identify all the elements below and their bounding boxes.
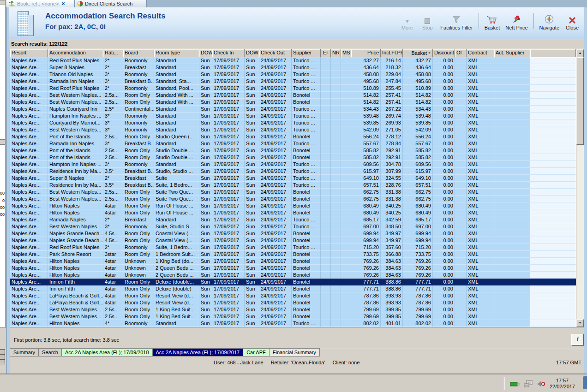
column-header[interactable]: Of bbox=[455, 49, 467, 57]
table-row[interactable]: Naples Are...Best Western Naples...2.5s.… bbox=[10, 99, 576, 106]
column-header[interactable]: Supplier bbox=[292, 49, 321, 57]
table-row[interactable]: Naples Are...Best Western Naples...2.5s.… bbox=[10, 196, 576, 202]
column-header[interactable]: Rati... bbox=[103, 49, 123, 57]
column-header[interactable]: Act. Supplier bbox=[494, 49, 530, 57]
column-header[interactable]: Er bbox=[321, 49, 331, 57]
tab-car-apf[interactable]: Car APF bbox=[243, 348, 270, 356]
column-header[interactable]: Basket▼ bbox=[403, 49, 433, 57]
column-header[interactable]: DOW bbox=[245, 49, 259, 57]
column-header[interactable]: Contract bbox=[467, 49, 494, 57]
cell: 3* bbox=[103, 140, 123, 147]
table-row[interactable]: Naples Are...Super 8 Naples2*BreakfastSt… bbox=[10, 64, 576, 71]
table-row[interactable]: Naples Are...Residence Inn by Ma...3.5*B… bbox=[10, 182, 576, 189]
table-row[interactable]: Naples Are...Park Shore Resort3starRoom … bbox=[10, 251, 576, 258]
column-header[interactable]: NR bbox=[331, 49, 341, 57]
table-row[interactable]: Naples Are...Hilton Naples4*RoomonlyStan… bbox=[10, 320, 576, 327]
network-connection-icon[interactable] bbox=[524, 380, 533, 387]
table-row[interactable]: Naples Are...Ramada Inn Naples3*Breakfas… bbox=[10, 78, 576, 85]
table-row[interactable]: Naples Are...Naples Grande Beach...4.5s.… bbox=[10, 237, 576, 244]
tab-acc-2017-selected[interactable]: Acc 2A Naples Area (FL); 17/09/2017 bbox=[153, 348, 244, 356]
column-header[interactable]: DOW bbox=[199, 49, 212, 57]
table-row[interactable]: Naples Are...Red Roof Plus Naples2*Roomo… bbox=[10, 57, 576, 64]
show-desktop-icon[interactable] bbox=[583, 376, 587, 389]
column-header[interactable]: Discount bbox=[433, 49, 455, 57]
cell: Sun bbox=[199, 306, 212, 313]
nett-price-button[interactable]: Nett Price bbox=[505, 11, 527, 30]
cell: XML bbox=[467, 216, 494, 223]
table-row[interactable]: Naples Are...Best Western Naples...3*Roo… bbox=[10, 223, 576, 230]
tab-booking-ref[interactable]: Book. ref.: <none> × bbox=[6, 0, 75, 7]
table-row[interactable]: Naples Are...Ramada Inn Naples3*Breakfas… bbox=[10, 140, 576, 147]
table-row[interactable]: Naples Are...Red Roof Plus Naples2*Roomo… bbox=[10, 244, 576, 251]
tab-search[interactable]: Search bbox=[39, 348, 62, 356]
cell: Sun bbox=[199, 230, 212, 237]
taskbar-clock[interactable]: 17:57 22/02/2017 bbox=[550, 378, 575, 390]
table-row[interactable]: Naples Are...Super 8 Naples2*BreakfastSu… bbox=[10, 175, 576, 182]
table-row[interactable]: Naples Are...Best Western Naples...2.5s.… bbox=[10, 92, 576, 99]
table-row[interactable]: Naples Are...Best Western Naples...2.5s.… bbox=[10, 313, 576, 320]
more-button[interactable]: ▼ More bbox=[400, 11, 414, 30]
facilities-filter-button[interactable]: Facilities Filter bbox=[440, 11, 473, 30]
table-row[interactable]: Naples Are...Port of the Islands2.5s...R… bbox=[10, 133, 576, 140]
column-header[interactable]: Price bbox=[351, 49, 381, 57]
tab-direct-clients-search[interactable]: Direct Clients Search bbox=[75, 0, 147, 7]
close-button[interactable]: Close bbox=[565, 11, 580, 30]
table-row[interactable]: Naples Are...Naples Courtyard Inn2.5*Con… bbox=[10, 106, 576, 113]
volume-muted-icon[interactable] bbox=[537, 380, 546, 387]
navigate-button[interactable]: Navigate bbox=[539, 11, 559, 30]
basket-button[interactable]: Basket bbox=[485, 11, 500, 30]
cell bbox=[331, 64, 341, 71]
table-row[interactable]: Naples Are...Hampton Inn Naples-...3*Roo… bbox=[10, 161, 576, 168]
scroll-up-icon[interactable]: ▲ bbox=[576, 49, 584, 57]
table-row[interactable]: Naples Are...Naples Grande Beach...4.5s.… bbox=[10, 230, 576, 237]
table-row[interactable]: Naples Are...Hilton Naples4starRoom Only… bbox=[10, 202, 576, 209]
cell: Sun bbox=[199, 140, 212, 147]
table-row[interactable]: Naples Are...Courtyard By Marriot...3*Ro… bbox=[10, 119, 576, 126]
scrollbar-track[interactable] bbox=[576, 57, 584, 319]
column-header[interactable]: Incl.Fl.PP bbox=[381, 49, 403, 57]
table-row[interactable]: Naples Are...Inn on Fifth4starRoom OnlyD… bbox=[10, 285, 576, 292]
table-row[interactable]: Naples Are...Port of the Islands2.5s...R… bbox=[10, 147, 576, 154]
table-row[interactable]: Naples Are...Best Western Naples...2.5s.… bbox=[10, 306, 576, 313]
table-row[interactable]: Naples Are...Hilton Naples4starRoom Only… bbox=[10, 209, 576, 216]
cell-blank bbox=[530, 279, 576, 285]
tab-close-icon[interactable]: × bbox=[62, 0, 65, 7]
column-header[interactable]: Check In bbox=[212, 49, 245, 57]
table-row-selected[interactable]: Naples Are...Inn on Fifth4starRoom OnlyD… bbox=[10, 279, 576, 285]
table-row[interactable]: Naples Are...Best Western Naples...3*Roo… bbox=[10, 126, 576, 133]
cell: 0.00 bbox=[433, 202, 455, 209]
table-row[interactable]: Naples Are...Hilton Naples4starUnknown1 … bbox=[10, 258, 576, 265]
cell: Naples Are... bbox=[10, 299, 48, 306]
column-header[interactable]: Board bbox=[123, 49, 154, 57]
column-header[interactable]: Room type bbox=[154, 49, 199, 57]
table-row[interactable]: Naples Are...Residence Inn by Ma...3.5*B… bbox=[10, 168, 576, 175]
table-row[interactable]: Naples Are...Port of the Islands2.5s...R… bbox=[10, 154, 576, 161]
column-header[interactable]: Accommodation bbox=[48, 49, 103, 57]
table-row[interactable]: Naples Are...Hilton Naples4starUnknown2 … bbox=[10, 272, 576, 279]
table-row[interactable]: Naples Are...Best Western Naples...2.5s.… bbox=[10, 189, 576, 196]
table-row[interactable]: Naples Are...Hampton Inn Naples ...3*Roo… bbox=[10, 113, 576, 119]
stop-button[interactable]: Stop bbox=[420, 11, 435, 30]
column-header[interactable]: MS bbox=[341, 49, 351, 57]
table-row[interactable]: Naples Are...Hilton Naples4starUnknown2 … bbox=[10, 265, 576, 272]
network-adapter-icon[interactable] bbox=[510, 380, 520, 387]
cell: Hilton Naples bbox=[48, 209, 103, 216]
table-row[interactable]: Naples Are...LaPlaya Beach & Golf...4sta… bbox=[10, 292, 576, 299]
table-row[interactable]: Naples Are...Trianon Old Naples3*Roomonl… bbox=[10, 71, 576, 78]
cell bbox=[321, 189, 331, 196]
scrollbar-thumb[interactable] bbox=[576, 57, 584, 145]
info-button[interactable]: i bbox=[571, 334, 584, 345]
scroll-down-icon[interactable]: ▼ bbox=[576, 319, 584, 327]
table-row[interactable]: Naples Are...Red Roof Plus Naples2*Roomo… bbox=[10, 85, 576, 92]
table-row[interactable]: Naples Are...LaPlaya Beach & Golf...4sta… bbox=[10, 299, 576, 306]
tab-financial-summary[interactable]: Financial Summary bbox=[270, 348, 320, 356]
cell: Sun bbox=[199, 154, 212, 161]
table-row[interactable]: Naples Are...Ramada Naples2*BreakfastSta… bbox=[10, 216, 576, 223]
tab-summary[interactable]: Summary bbox=[10, 348, 39, 356]
cell: 3.5* bbox=[103, 168, 123, 175]
column-header[interactable]: Check Out bbox=[259, 49, 292, 57]
cell: Sun bbox=[199, 209, 212, 216]
column-header[interactable]: Resort bbox=[10, 49, 48, 57]
tab-acc-2018[interactable]: Acc 2A Naples Area (FL); 17/09/2018 bbox=[62, 348, 153, 356]
vertical-scrollbar[interactable]: ▲ ▼ bbox=[576, 49, 584, 327]
